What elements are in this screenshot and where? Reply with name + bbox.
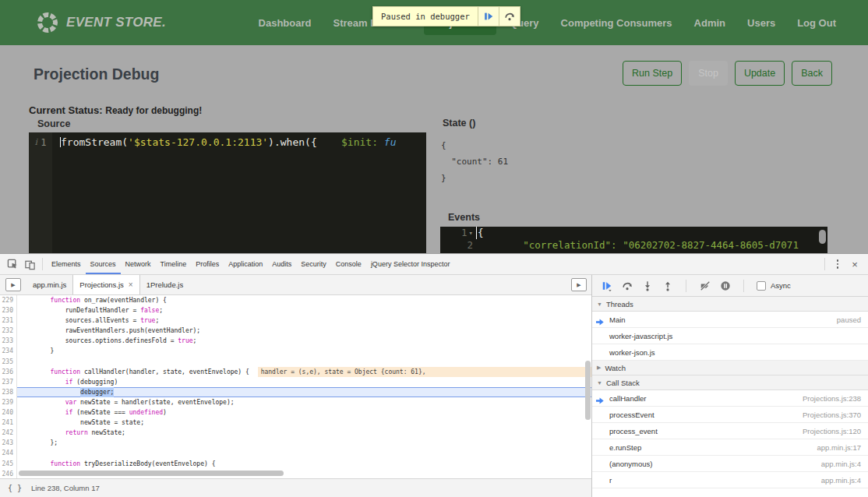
file-tab-app-min-js[interactable]: app.min.js bbox=[26, 275, 72, 294]
stop-button[interactable]: Stop bbox=[689, 61, 728, 86]
back-button[interactable]: Back bbox=[792, 61, 832, 86]
call-stack-row-process-event[interactable]: process_eventProjections.js:120 bbox=[592, 423, 868, 439]
horizontal-scrollbar-thumb[interactable] bbox=[19, 471, 284, 476]
line-number[interactable]: 241 bbox=[0, 418, 17, 428]
line-number[interactable]: 230 bbox=[0, 305, 17, 315]
disclosure-triangle-icon: ▼ bbox=[597, 301, 602, 307]
navigator-toggle-button[interactable]: ▶ bbox=[5, 278, 21, 291]
section-header-threads[interactable]: ▼Threads bbox=[592, 297, 868, 312]
code-line-237: 237 if (debugging) bbox=[0, 377, 591, 387]
call-stack-row-anonymous[interactable]: (anonymous)app.min.js:4 bbox=[592, 456, 868, 472]
line-number[interactable]: 231 bbox=[0, 315, 17, 326]
devtools-tab-security[interactable]: Security bbox=[296, 254, 331, 274]
threads-row-main[interactable]: Mainpaused bbox=[592, 312, 868, 328]
devtools-toolbar-right: × bbox=[820, 256, 863, 273]
line-number[interactable]: 234 bbox=[0, 346, 17, 356]
code-line-236: 236 function callHandler(handler, state,… bbox=[0, 367, 591, 377]
threads-row-worker-javascript-js[interactable]: worker-javascript.js bbox=[592, 328, 868, 344]
devtools-tab-sources[interactable]: Sources bbox=[86, 254, 121, 274]
disclosure-triangle-icon: ▼ bbox=[597, 380, 602, 386]
events-editor[interactable]: 1▾{2 "correlationId": "06202702-8827-446… bbox=[440, 227, 827, 253]
toolbar-divider bbox=[42, 258, 43, 270]
line-number[interactable]: 233 bbox=[0, 336, 17, 346]
devtools-tab-audits[interactable]: Audits bbox=[267, 254, 296, 274]
section-header-watch[interactable]: ▶Watch bbox=[592, 360, 868, 375]
line-number[interactable]: 237 bbox=[0, 377, 17, 387]
nav-item-competing-consumers[interactable]: Competing Consumers bbox=[552, 11, 681, 35]
update-button[interactable]: Update bbox=[735, 61, 785, 86]
code-line-242: 242 return newState; bbox=[0, 428, 591, 438]
toolbar-divider bbox=[686, 280, 686, 292]
resume-icon bbox=[483, 11, 494, 22]
nav-items: DashboardStream BrowserProjectionsQueryC… bbox=[250, 11, 845, 35]
resume-script-button[interactable] bbox=[601, 280, 612, 291]
code-editor[interactable]: 229 function on_raw(eventHandler) {230 r… bbox=[0, 295, 591, 478]
banner-step-over-button[interactable] bbox=[499, 6, 520, 26]
call-stack-row-e-runstep[interactable]: e.runStepapp.min.js:17 bbox=[592, 439, 868, 456]
device-toolbar-icon bbox=[24, 259, 36, 270]
sources-pane: ▶ app.min.jsProjections.js×1Prelude.js ▶… bbox=[0, 275, 592, 497]
line-number[interactable]: 232 bbox=[0, 326, 17, 336]
nav-item-log-out[interactable]: Log Out bbox=[789, 11, 845, 35]
devtools-close-button[interactable]: × bbox=[846, 256, 863, 273]
threads-row-worker-json-js[interactable]: worker-json.js bbox=[592, 344, 868, 361]
code-line-235: 235 bbox=[0, 357, 591, 367]
devtools-tab-elements[interactable]: Elements bbox=[47, 254, 86, 274]
line-number[interactable]: 246 bbox=[0, 469, 17, 478]
call-stack-row-callhandler[interactable]: callHandlerProjections.js:238 bbox=[592, 390, 868, 407]
step-over-button[interactable] bbox=[621, 280, 633, 291]
deactivate-breakpoints-button[interactable] bbox=[699, 280, 711, 291]
inspect-element-button[interactable] bbox=[4, 256, 21, 273]
file-tab-1prelude-js[interactable]: 1Prelude.js bbox=[140, 275, 190, 294]
file-tab-projections-js[interactable]: Projections.js× bbox=[72, 275, 139, 294]
events-line-number[interactable]: 2 bbox=[440, 239, 476, 252]
banner-resume-button[interactable] bbox=[478, 6, 499, 26]
file-tabs: app.min.jsProjections.js×1Prelude.js bbox=[26, 275, 189, 294]
pause-on-exceptions-button[interactable] bbox=[719, 280, 731, 291]
line-number[interactable]: 236 bbox=[0, 367, 17, 377]
source-editor[interactable]: i 1 fromStream('$stats-127.0.0.1:2113').… bbox=[29, 132, 426, 253]
async-checkbox[interactable] bbox=[757, 281, 766, 291]
call-stack-row-r[interactable]: rapp.min.js:4 bbox=[592, 472, 868, 488]
devtools-tab-application[interactable]: Application bbox=[224, 254, 267, 274]
devtools-tab-profiles[interactable]: Profiles bbox=[191, 254, 224, 274]
run-step-button[interactable]: Run Step bbox=[623, 61, 682, 86]
line-number[interactable]: 238 bbox=[0, 387, 17, 397]
devtools-tab-network[interactable]: Network bbox=[121, 254, 156, 274]
fold-caret-icon[interactable]: ▾ bbox=[469, 227, 473, 239]
step-out-button[interactable] bbox=[662, 280, 673, 291]
call-stack-row-processevent[interactable]: processEventProjections.js:370 bbox=[592, 407, 868, 423]
line-number[interactable]: 239 bbox=[0, 397, 17, 407]
tab-overflow-button[interactable]: ▶ bbox=[571, 278, 587, 291]
line-number[interactable]: 229 bbox=[0, 295, 17, 305]
section-header-call-stack[interactable]: ▼Call Stack bbox=[592, 375, 868, 390]
events-line-number[interactable]: 1▾ bbox=[440, 227, 476, 239]
line-number[interactable]: 240 bbox=[0, 407, 17, 418]
devtools-tab-timeline[interactable]: Timeline bbox=[156, 254, 192, 274]
brand[interactable]: EVENT STORE. bbox=[36, 11, 166, 34]
pretty-print-icon[interactable]: { } bbox=[8, 484, 22, 492]
events-scrollbar-thumb[interactable] bbox=[819, 230, 826, 244]
devtools-tab-jquery-selector-inspector[interactable]: jQuery Selector Inspector bbox=[366, 254, 455, 274]
source-gutter: i 1 bbox=[29, 132, 52, 253]
current-status: Current Status: Ready for debugging! bbox=[29, 104, 202, 116]
line-number[interactable]: 244 bbox=[0, 448, 17, 458]
close-tab-icon[interactable]: × bbox=[129, 280, 133, 289]
devtools-tab-console[interactable]: Console bbox=[331, 254, 366, 274]
line-number[interactable]: 243 bbox=[0, 438, 17, 448]
event-store-logo-icon bbox=[36, 11, 59, 34]
nav-item-users[interactable]: Users bbox=[739, 11, 784, 35]
line-number[interactable]: 235 bbox=[0, 357, 17, 367]
step-into-button[interactable] bbox=[641, 280, 653, 291]
vertical-scrollbar-thumb[interactable] bbox=[585, 361, 591, 420]
step-into-icon bbox=[642, 280, 653, 291]
nav-item-dashboard[interactable]: Dashboard bbox=[250, 11, 320, 35]
events-code: 1▾{2 "correlationId": "06202702-8827-446… bbox=[440, 227, 827, 252]
line-number[interactable]: 245 bbox=[0, 459, 17, 469]
device-toolbar-button[interactable] bbox=[21, 256, 38, 273]
source-line-number: 1 bbox=[41, 137, 46, 253]
devtools-menu-button[interactable] bbox=[829, 256, 846, 273]
line-number[interactable]: 242 bbox=[0, 428, 17, 438]
events-code-line: 1▾{ bbox=[440, 227, 827, 239]
nav-item-admin[interactable]: Admin bbox=[686, 11, 734, 35]
